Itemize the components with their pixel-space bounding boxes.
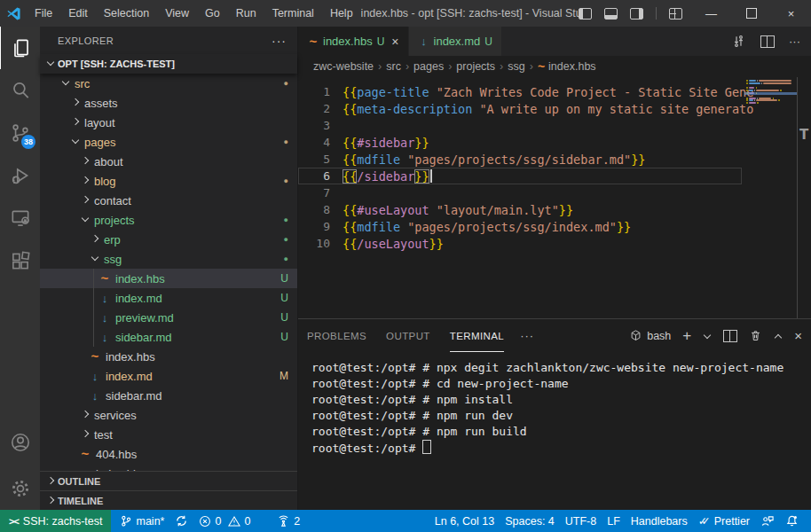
close-panel-icon[interactable]: × [794,328,802,343]
menu-item-run[interactable]: Run [228,7,264,20]
tree-item-services[interactable]: services [40,405,297,425]
split-terminal-icon[interactable] [723,330,737,342]
breadcrumb-item[interactable]: index.hbs [548,60,596,73]
toggle-secondary-sidebar-icon[interactable] [630,8,643,20]
close-window-button[interactable]: × [771,0,811,27]
menu-item-edit[interactable]: Edit [60,7,96,20]
code-line[interactable]: 9{{mdfile "pages/projects/ssg/index.md"}… [298,218,742,235]
breadcrumb-item[interactable]: zwc-website [313,60,374,73]
tree-item-sidebar-md[interactable]: ↓sidebar.mdU [40,327,297,347]
close-tab-icon[interactable]: × [391,35,398,49]
tree-item-contact[interactable]: contact [40,191,297,210]
run-debug-icon[interactable] [0,154,40,197]
section-header-outline[interactable]: OUTLINE [40,471,297,490]
tree-item-index-hbs[interactable]: ~index.hbs [40,464,297,471]
eol-item[interactable]: LF [602,510,626,532]
tree-item-index-md[interactable]: ↓index.mdU [40,288,297,308]
account-icon[interactable] [0,421,40,464]
tree-item-erp[interactable]: erp● [40,230,297,249]
breadcrumb-item[interactable]: pages [413,60,444,73]
code-line[interactable]: 3 [298,117,742,134]
remote-indicator[interactable]: >< SSH: zachs-test [0,510,111,532]
open-changes-icon[interactable] [731,34,746,49]
code-line[interactable]: 7 [298,184,742,201]
menu-item-file[interactable]: File [27,7,60,20]
code-line[interactable]: 1{{page-title "Zach Writes Code Project … [298,83,742,100]
tree-item-index-hbs[interactable]: ~index.hbs [40,347,297,366]
menu-item-go[interactable]: Go [197,7,228,20]
minimap[interactable] [744,77,798,318]
language-mode-item[interactable]: Handlebars [626,510,693,532]
code-line[interactable]: 4{{#sidebar}} [298,134,742,151]
code-line[interactable]: 2{{meta-description "A write up on my st… [298,100,742,117]
explorer-more-actions-icon[interactable]: ··· [272,34,287,48]
maximize-button[interactable] [731,0,771,27]
editor-more-actions-icon[interactable]: ··· [789,35,800,48]
code-line[interactable]: 10{{/useLayout}} [298,235,742,252]
menu-item-view[interactable]: View [157,7,197,20]
tab-index-hbs[interactable]: ~index.hbsU× [298,27,409,56]
code-line[interactable]: 6{{/sidebar}} [298,168,742,184]
editor-scrollbar[interactable]: T [797,77,811,318]
panel-tab-output[interactable]: OUTPUT [386,319,430,352]
menu-item-terminal[interactable]: Terminal [264,7,322,20]
chevron-down-icon [78,213,92,227]
toggle-sidebar-icon[interactable] [579,8,592,20]
ports-item[interactable]: 2 [272,510,305,532]
code-editor[interactable]: 1{{page-title "Zach Writes Code Project … [298,77,811,318]
panel-tab-terminal[interactable]: TERMINAL [450,319,504,352]
tree-item-preview-md[interactable]: ↓preview.mdU [40,308,297,327]
menu-item-help[interactable]: Help [322,7,361,20]
encoding-item[interactable]: UTF-8 [560,510,602,532]
code-line[interactable]: 5{{mdfile "pages/projects/ssg/sidebar.md… [298,151,742,168]
kill-terminal-icon[interactable] [749,329,762,342]
terminal-output[interactable]: root@test:/opt# # npx degit zachlankton/… [298,352,811,510]
tab-label: index.md [434,35,481,48]
tree-item-404-hbs[interactable]: ~404.hbs [40,444,297,464]
panel-tab-problems[interactable]: PROBLEMS [307,319,366,352]
breadcrumb-item[interactable]: projects [456,60,495,73]
indentation-item[interactable]: Spaces: 4 [500,510,560,532]
split-editor-icon[interactable] [760,35,775,48]
customize-layout-icon[interactable] [669,8,682,20]
tree-item-blog[interactable]: blog● [40,171,297,191]
terminal-shell-selector[interactable]: bash [629,329,671,342]
source-control-icon[interactable]: 38 [0,112,40,154]
toggle-panel-icon[interactable] [604,8,618,20]
cursor-position-item[interactable]: Ln 6, Col 13 [429,510,500,532]
git-branch-item[interactable]: main* [114,510,169,532]
panel-more-tabs-icon[interactable]: ··· [520,329,534,342]
workspace-section-header[interactable]: OPT [SSH: ZACHS-TEST] [40,54,297,74]
explorer-icon[interactable] [0,27,41,69]
search-icon[interactable] [0,69,40,112]
tab-index-md[interactable]: ↓index.mdU [409,27,502,56]
tree-item-layout[interactable]: layout [40,113,297,132]
tree-item-src[interactable]: src● [40,74,297,93]
breadcrumb-item[interactable]: src [386,60,401,73]
maximize-panel-icon[interactable] [774,332,783,340]
menu-item-selection[interactable]: Selection [96,7,157,20]
settings-gear-icon[interactable] [0,467,40,510]
tree-item-pages[interactable]: pages● [40,132,297,152]
minimize-button[interactable]: — [691,0,731,27]
tree-item-sidebar-md[interactable]: ↓sidebar.md [40,386,297,405]
tree-item-ssg[interactable]: ssg● [40,249,297,269]
tree-item-test[interactable]: test [40,425,297,444]
terminal-dropdown-icon[interactable] [703,332,712,340]
new-terminal-icon[interactable]: + [682,327,691,345]
tree-item-assets[interactable]: assets [40,93,297,113]
remote-explorer-icon[interactable] [0,197,40,239]
notifications-item[interactable] [780,510,804,532]
tree-item-index-hbs[interactable]: ~index.hbsU [40,269,297,288]
formatter-item[interactable]: ✓✓ Prettier [693,510,755,532]
tree-item-projects[interactable]: projects● [40,210,297,230]
section-header-timeline[interactable]: TIMELINE [40,490,297,510]
extensions-icon[interactable] [0,239,40,282]
code-line[interactable]: 8{{#useLayout "layout/main.lyt"}} [298,201,742,218]
tree-item-about[interactable]: about [40,152,297,171]
sync-changes-item[interactable] [169,510,193,532]
problems-item[interactable]: 0 0 [193,510,256,532]
feedback-item[interactable] [755,510,780,532]
tree-item-index-md[interactable]: ↓index.mdM [40,366,297,386]
breadcrumb-item[interactable]: ssg [508,60,524,73]
